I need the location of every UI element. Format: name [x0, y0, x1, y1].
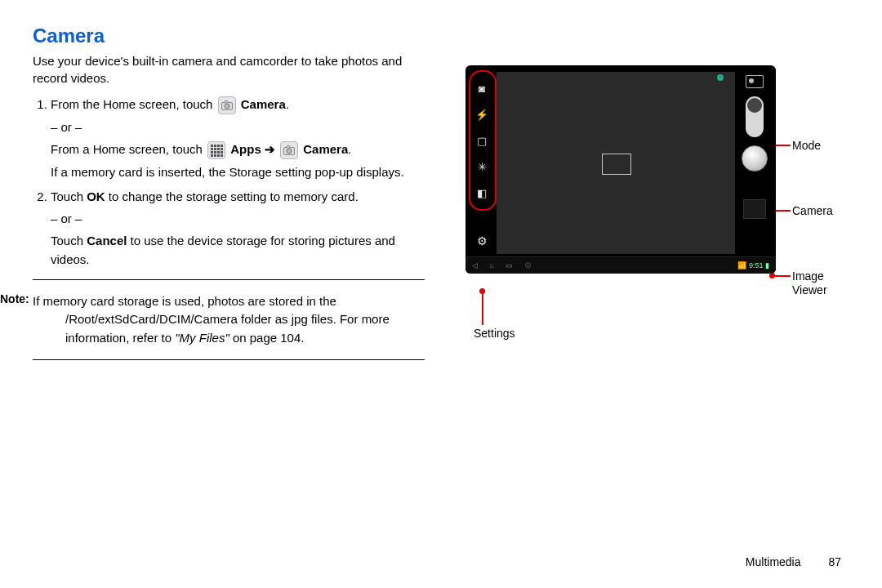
callout-dot	[479, 288, 485, 294]
settings-gear-icon[interactable]: ⚙	[474, 233, 490, 249]
svg-rect-4	[287, 146, 290, 149]
divider-bottom	[33, 359, 425, 360]
step2-or: – or –	[51, 209, 425, 228]
shutter-button[interactable]	[742, 145, 768, 172]
right-controls	[738, 72, 771, 254]
effects-icon[interactable]: ✳	[474, 158, 490, 175]
steps-list: From the Home screen, touch Camera. – or…	[33, 95, 425, 270]
step2b-pre: Touch	[51, 234, 87, 247]
svg-point-5	[287, 149, 292, 154]
storage-indicator-icon	[746, 75, 764, 88]
callout-dot	[769, 273, 775, 278]
step1b-arrow: ➔	[265, 142, 278, 156]
note-ref: "My Files"	[175, 331, 229, 345]
gps-indicator-icon	[717, 74, 724, 81]
section-title: Camera	[33, 24, 425, 47]
label-mode: Mode	[792, 139, 821, 153]
step1b-apps: Apps	[230, 142, 261, 156]
step2b-cancel: Cancel	[87, 234, 127, 247]
step1b-camera: Camera	[303, 142, 348, 156]
step1c: If a memory card is inserted, the Storag…	[51, 163, 425, 181]
label-image-viewer: Image Viewer	[792, 270, 841, 297]
page-footer: Multimedia 87	[746, 555, 841, 568]
flash-icon[interactable]: ⚡	[474, 106, 490, 122]
settings-shortcuts-bar: ◙ ⚡ ▢ ✳ ◧	[470, 72, 493, 254]
svg-rect-1	[225, 101, 228, 104]
step1b-pre: From a Home screen, touch	[51, 142, 206, 156]
viewfinder[interactable]	[497, 72, 735, 254]
nav-bar: ◁ ⌂ ▭ ⦾ 📶 9:51 ▮	[466, 256, 776, 274]
intro-text: Use your device's built-in camera and ca…	[33, 52, 425, 87]
footer-page: 87	[828, 555, 841, 568]
label-settings: Settings	[474, 327, 515, 341]
step2a-pre: Touch	[51, 189, 87, 203]
step-2: Touch OK to change the storage setting t…	[51, 187, 425, 270]
callout-line	[774, 275, 791, 277]
note: Note: If memory card storage is used, ph…	[33, 292, 425, 348]
callout-line	[774, 210, 791, 212]
status-time: 📶 9:51 ▮	[737, 261, 769, 270]
camera-icon-2	[280, 141, 298, 159]
camera-icon	[218, 96, 236, 114]
step-1: From the Home screen, touch Camera. – or…	[51, 95, 425, 182]
callout-line	[774, 145, 791, 146]
note-body-post: on page 104.	[229, 331, 305, 345]
apps-icon	[207, 141, 225, 159]
nav-buttons[interactable]: ◁ ⌂ ▭ ⦾	[472, 261, 536, 270]
svg-point-2	[225, 104, 229, 109]
exposure-icon[interactable]: ◧	[474, 185, 490, 201]
label-camera: Camera	[792, 204, 833, 218]
step2a-post: to change the storage setting to memory …	[105, 189, 359, 203]
focus-box	[602, 154, 631, 175]
mode-switch[interactable]	[746, 96, 764, 137]
divider-top	[33, 279, 425, 280]
self-portrait-icon[interactable]: ◙	[474, 80, 490, 96]
device-screenshot: ◙ ⚡ ▢ ✳ ◧ ⚙ ◁ ⌂ ▭ ⦾ 📶 9:51 ▮	[466, 65, 776, 274]
step1-text-a: From the Home screen, touch	[51, 97, 216, 111]
shooting-mode-icon[interactable]: ▢	[474, 132, 490, 149]
camera-figure: Settings Shortcuts GPS Active Storage In…	[449, 65, 849, 274]
footer-section: Multimedia	[746, 555, 801, 568]
step1-or: – or –	[51, 118, 425, 136]
image-viewer-thumb[interactable]	[743, 199, 766, 219]
step1b-post: .	[348, 142, 351, 156]
step2a-ok: OK	[87, 189, 105, 203]
step1-camera-label: Camera	[241, 97, 286, 111]
callout-line	[482, 292, 483, 325]
